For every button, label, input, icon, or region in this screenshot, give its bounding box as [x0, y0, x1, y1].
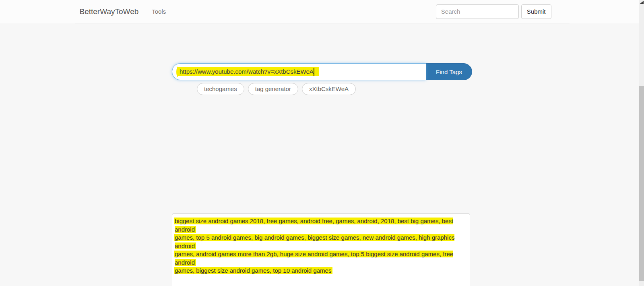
nav-item-tools[interactable]: Tools	[152, 8, 166, 15]
main-nav: Tools	[138, 8, 166, 15]
pill-techogames[interactable]: techogames	[197, 83, 244, 95]
navbar-search-form: Submit	[436, 4, 570, 19]
tags-line: games, top 5 android games, big android …	[175, 234, 468, 250]
scrollbar-thumb[interactable]	[639, 86, 644, 281]
tags-line-highlight: games, android games more than 2gb, huge…	[175, 251, 453, 266]
search-input[interactable]	[436, 4, 519, 19]
scrollbar-track[interactable]	[639, 0, 644, 286]
url-input-group: https://www.youtube.com/watch?v=xXtbCskE…	[172, 63, 472, 80]
find-tags-button[interactable]: Find Tags	[426, 63, 472, 80]
brand-logo[interactable]: BetterWayToWeb	[75, 7, 139, 16]
submit-button[interactable]: Submit	[521, 4, 551, 19]
navbar-container: BetterWayToWeb Tools Submit	[75, 0, 570, 23]
tags-line-highlight: biggest size android games 2018, free ga…	[175, 218, 453, 233]
url-text-highlight: https://www.youtube.com/watch?v=xXtbCskE…	[178, 67, 319, 76]
tag-finder-section: https://www.youtube.com/watch?v=xXtbCskE…	[172, 63, 472, 286]
tags-line: biggest size android games 2018, free ga…	[175, 217, 468, 234]
pill-video-id[interactable]: xXtbCskEWeA	[302, 83, 356, 95]
suggestion-pills: techogames tag generator xXtbCskEWeA	[197, 83, 472, 95]
page: BetterWayToWeb Tools Submit https://www.…	[0, 0, 644, 286]
tags-result-textarea[interactable]: biggest size android games 2018, free ga…	[172, 213, 470, 286]
top-navbar: BetterWayToWeb Tools Submit	[0, 0, 644, 23]
tags-line-highlight: games, biggest size android games, top 1…	[175, 267, 331, 274]
pill-tag-generator[interactable]: tag generator	[248, 83, 298, 95]
tags-line-highlight: games, top 5 android games, big android …	[175, 234, 454, 249]
marker-arc-decoration	[176, 66, 180, 77]
scroll-arrow-artifact	[640, 1, 644, 4]
video-url-input[interactable]: https://www.youtube.com/watch?v=xXtbCskE…	[172, 63, 426, 80]
text-caret	[314, 68, 314, 76]
tags-line: games, biggest size android games, top 1…	[175, 267, 468, 275]
tags-line: games, android games more than 2gb, huge…	[175, 250, 468, 267]
url-text: https://www.youtube.com/watch?v=xXtbCskE…	[180, 68, 314, 75]
